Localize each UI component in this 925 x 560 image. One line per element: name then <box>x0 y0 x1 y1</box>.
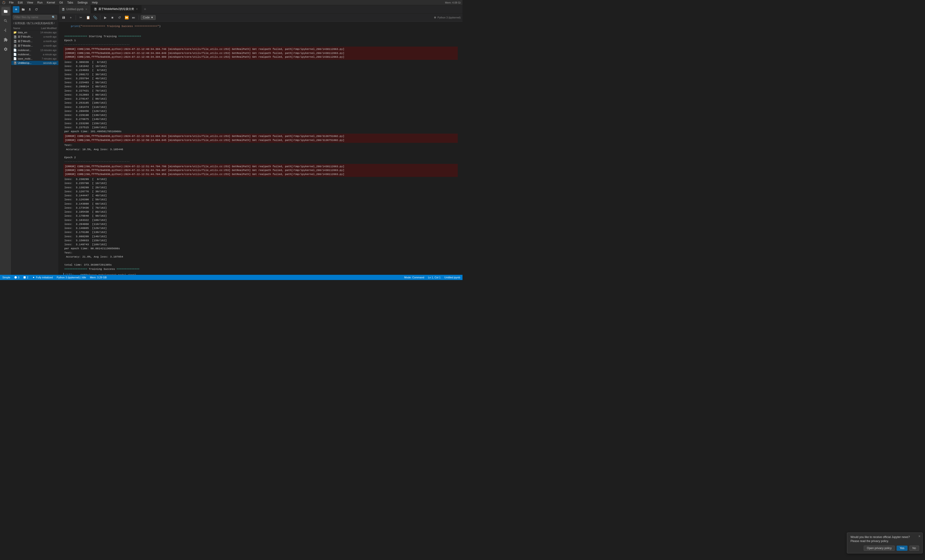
epoch1-test: Test: Accuracy: 10.5%, Avg loss: 3.18544… <box>63 143 458 163</box>
epoch1-errors: [ERROR] CORE(298,ffffb29a6930,python):20… <box>63 47 458 60</box>
run-cell-button[interactable]: ▶ <box>102 14 108 21</box>
list-item[interactable]: 📓 基于MindN... a month ago <box>11 35 59 39</box>
tab-mobilenet[interactable]: 📓 基于MobileNetv2的垃圾分类 × <box>91 5 142 14</box>
new-file-button[interactable]: + <box>13 6 20 13</box>
file-panel: + 🔍 / 应用实践 / 热门LLM及其他AI应用 / Name Last Mo… <box>11 5 59 275</box>
list-item[interactable]: 📄 mobilenet... 13 minutes ago <box>11 48 59 52</box>
cut-cell-button[interactable]: ✂ <box>78 14 84 21</box>
search-icon: 🔍 <box>52 16 55 19</box>
svg-point-6 <box>4 30 5 31</box>
menu-file[interactable]: File <box>7 1 15 5</box>
menu-kernel[interactable]: Kernel <box>45 1 57 5</box>
sidebar-icons <box>0 5 11 275</box>
svg-point-4 <box>5 29 6 29</box>
tab-icon-untitled: 📓 <box>62 8 65 11</box>
kernel-dot <box>434 17 436 18</box>
upload-button[interactable] <box>27 7 33 12</box>
svg-point-2 <box>3 3 3 3</box>
run-all-button[interactable]: ⏩ <box>124 14 130 21</box>
tab-label-untitled: Untitled.ipynb <box>66 8 83 11</box>
tab-icon-mobilenet: 📓 <box>94 8 97 11</box>
file-time: 7 minutes ago <box>42 57 57 60</box>
file-name: mobilenet... <box>18 49 39 51</box>
toolbar-separator3 <box>139 15 139 20</box>
statusbar-right: Mode: Command Ln 1, Col 1 Untitled.ipynb <box>404 276 460 279</box>
tab-label-mobilenet: 基于MobileNetv2的垃圾分类 <box>98 7 134 11</box>
tab-close-mobilenet[interactable]: × <box>136 7 139 11</box>
notebook-toolbar: + ✂ 📋 📎 ▶ ■ ↺ ⏩ ⏭ Code ▼ Python 3 (ipyke… <box>59 14 462 22</box>
menu-settings[interactable]: Settings <box>75 1 89 5</box>
menu-tabs[interactable]: Tabs <box>65 1 75 5</box>
menu-edit[interactable]: Edit <box>16 1 25 5</box>
svg-point-11 <box>33 277 34 278</box>
tab-close-untitled[interactable]: × <box>85 8 88 11</box>
file-list-header: Name Last Modified <box>11 26 59 30</box>
file-icon: 📄 <box>13 53 17 56</box>
add-cell-button[interactable]: + <box>68 14 74 21</box>
current-cell[interactable]: [13]: CKPT="save_mobilenetV2_model.ckpt" <box>63 273 458 275</box>
list-item[interactable]: 📓 基于Mobile... a month ago <box>11 44 59 48</box>
file-time: seconds ago <box>43 62 57 64</box>
menu-view[interactable]: View <box>25 1 35 5</box>
training-start-line: ============== Starting Training =======… <box>63 30 458 46</box>
sidebar-icon-git[interactable] <box>2 26 10 35</box>
list-item[interactable]: 📁 data_en 14 minutes ago <box>11 30 59 35</box>
memory-display: Mem: 4.08 Gi <box>445 1 461 4</box>
sidebar-icon-settings[interactable] <box>2 45 10 53</box>
svg-point-9 <box>14 276 17 278</box>
file-search-box: 🔍 <box>13 15 57 20</box>
list-item[interactable]: 📄 mobilenet... a minute ago <box>11 52 59 57</box>
file-search-input[interactable] <box>14 16 52 19</box>
cell-output[interactable]: print("============== Training Success =… <box>59 22 462 275</box>
file-time: a month ago <box>43 40 57 42</box>
svg-rect-10 <box>23 277 26 278</box>
sidebar-icon-search[interactable] <box>2 17 10 25</box>
tab-untitled[interactable]: 📓 Untitled.ipynb × <box>59 5 91 14</box>
notebook-icon: 📓 <box>13 61 17 65</box>
cell-type-label: Code <box>143 16 150 19</box>
svg-point-1 <box>3 2 4 2</box>
save-button[interactable] <box>60 14 67 21</box>
print-line: print("============== Training Success =… <box>63 24 458 28</box>
status-file: Untitled.ipynb <box>444 276 460 279</box>
paste-cell-button[interactable]: 📎 <box>92 14 98 21</box>
file-panel-toolbar: + <box>11 5 59 14</box>
sidebar-icon-files[interactable] <box>2 7 10 16</box>
file-name: data_en <box>18 31 39 34</box>
svg-point-5 <box>5 31 6 32</box>
copy-cell-button[interactable]: 📋 <box>85 14 91 21</box>
svg-point-3 <box>4 3 5 3</box>
kernel-status: Python 3 (ipykernel) <box>434 16 461 19</box>
main-layout: + 🔍 / 应用实践 / 热门LLM及其他AI应用 / Name Last Mo… <box>0 5 462 275</box>
status-cell-info: 0 <box>18 276 20 279</box>
cell-type-selector[interactable]: Code ▼ <box>141 15 156 20</box>
menu-run[interactable]: Run <box>36 1 44 5</box>
menu-help[interactable]: Help <box>90 1 100 5</box>
list-item[interactable]: 📓 基于MindS... a month ago <box>11 39 59 44</box>
file-icon: 📄 <box>13 57 17 60</box>
file-time: a minute ago <box>43 53 57 56</box>
restart-kernel-button[interactable]: ↺ <box>116 14 122 21</box>
sidebar-icon-extensions[interactable] <box>2 36 10 44</box>
status-mode-vim: Mode: Command <box>404 276 424 279</box>
col-modified-header: Last Modified <box>35 27 57 30</box>
epoch2-losses: loss: 3.238299 [ 0/162] loss: 3.235798 [… <box>63 177 458 271</box>
notebook-area: 📓 Untitled.ipynb × 📓 基于MobileNetv2的垃圾分类 … <box>59 5 462 275</box>
file-time: 14 minutes ago <box>41 31 57 34</box>
cell-code[interactable]: CKPT="save_mobilenetV2_model.ckpt" <box>80 273 136 275</box>
menu-git[interactable]: Git <box>57 1 65 5</box>
status-initialized: Fully initialized <box>36 276 53 279</box>
notebook-icon: 📓 <box>13 40 17 43</box>
refresh-button[interactable] <box>33 7 39 12</box>
list-item[interactable]: 📄 save_mobi... 7 minutes ago <box>11 57 59 61</box>
file-time: a month ago <box>43 44 57 47</box>
col-name-header: Name <box>13 27 35 30</box>
stop-kernel-button[interactable]: ■ <box>109 14 116 21</box>
menubar: File Edit View Run Kernel Git Tabs Setti… <box>0 0 462 5</box>
new-folder-button[interactable] <box>20 7 26 12</box>
tab-add-button[interactable]: + <box>142 7 149 12</box>
cell-type-chevron: ▼ <box>151 16 154 19</box>
list-item[interactable]: 📓 Untitled.ip... seconds ago <box>11 61 59 65</box>
fast-forward-button[interactable]: ⏭ <box>131 14 137 21</box>
cell-prompt: [13]: <box>65 273 80 275</box>
